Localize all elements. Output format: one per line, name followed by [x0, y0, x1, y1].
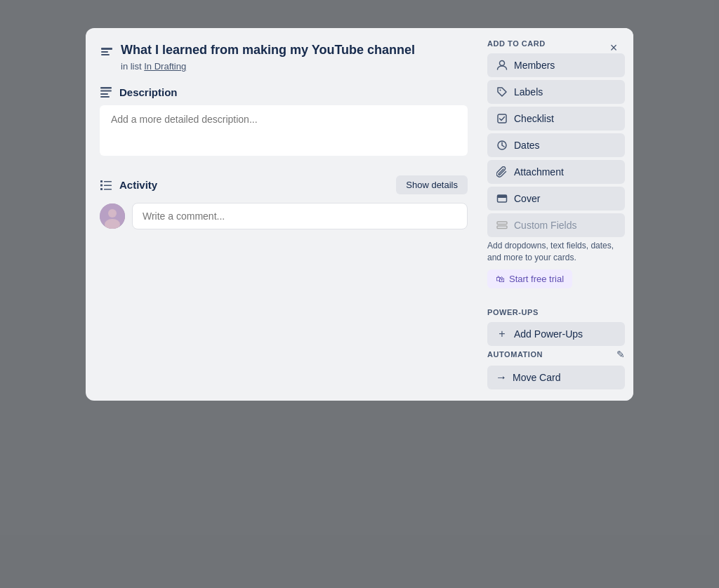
- svg-rect-22: [497, 222, 507, 225]
- svg-rect-5: [100, 93, 108, 95]
- activity-title: Activity: [119, 179, 157, 191]
- svg-rect-4: [100, 91, 112, 92]
- activity-icon: [100, 179, 112, 192]
- checklist-label: Checklist: [514, 113, 554, 124]
- activity-header-left: Activity: [100, 179, 157, 192]
- add-power-ups-button[interactable]: + Add Power-Ups: [487, 322, 625, 346]
- svg-point-17: [500, 90, 501, 91]
- comment-input[interactable]: [132, 203, 468, 229]
- subtitle-prefix: in list: [121, 61, 144, 72]
- svg-point-14: [108, 209, 117, 218]
- add-power-ups-label: Add Power-Ups: [514, 328, 583, 340]
- modal-sidebar: Add to card Members: [479, 28, 633, 401]
- add-power-ups-icon: +: [496, 328, 508, 340]
- dates-label: Dates: [514, 140, 540, 151]
- activity-header-row: Activity Show details: [100, 175, 468, 194]
- checklist-icon: [496, 112, 508, 125]
- svg-rect-7: [100, 180, 103, 182]
- labels-icon: [496, 86, 508, 98]
- card-title: What I learned from making my YouTube ch…: [121, 42, 415, 58]
- svg-point-16: [500, 61, 505, 66]
- custom-fields-label: Custom Fields: [514, 220, 576, 231]
- members-icon: [496, 59, 508, 72]
- start-trial-label: Start free trial: [509, 274, 564, 284]
- close-button[interactable]: ×: [602, 36, 625, 59]
- svg-rect-12: [104, 189, 112, 190]
- card-modal: What I learned from making my YouTube ch…: [86, 28, 633, 401]
- cover-icon: [496, 192, 508, 205]
- dates-button[interactable]: Dates: [487, 133, 625, 157]
- dates-icon: [496, 139, 508, 152]
- members-label: Members: [514, 60, 555, 71]
- svg-rect-21: [498, 195, 507, 198]
- move-card-button[interactable]: → Move Card: [487, 366, 625, 389]
- svg-rect-1: [101, 51, 108, 53]
- svg-rect-8: [104, 181, 112, 182]
- activity-section: Activity Show details: [100, 175, 468, 229]
- card-icon: [100, 45, 114, 59]
- comment-row: [100, 203, 468, 229]
- avatar: [100, 203, 125, 229]
- show-details-button[interactable]: Show details: [396, 175, 468, 194]
- description-header: Description: [100, 86, 468, 98]
- power-ups-label: Power-Ups: [487, 308, 625, 316]
- trial-icon: 🛍: [496, 274, 505, 284]
- description-icon: [100, 86, 112, 98]
- description-section: Description: [100, 86, 468, 159]
- list-link[interactable]: In Drafting: [144, 61, 186, 72]
- description-title: Description: [119, 86, 178, 98]
- modal-overlay[interactable]: What I learned from making my YouTube ch…: [0, 0, 719, 588]
- automation-header: Automation ✎: [487, 349, 625, 360]
- start-trial-button[interactable]: 🛍 Start free trial: [487, 269, 572, 288]
- attachment-button[interactable]: Attachment: [487, 160, 625, 184]
- svg-rect-23: [497, 226, 507, 229]
- labels-label: Labels: [514, 86, 543, 98]
- svg-rect-11: [100, 188, 103, 190]
- labels-button[interactable]: Labels: [487, 80, 625, 104]
- svg-rect-3: [100, 87, 112, 89]
- members-button[interactable]: Members: [487, 53, 625, 77]
- checklist-button[interactable]: Checklist: [487, 107, 625, 131]
- automation-edit-icon[interactable]: ✎: [616, 349, 625, 360]
- card-title-block: What I learned from making my YouTube ch…: [121, 42, 415, 72]
- card-header: What I learned from making my YouTube ch…: [100, 42, 468, 72]
- modal-main: What I learned from making my YouTube ch…: [86, 28, 479, 401]
- svg-rect-9: [100, 184, 103, 186]
- description-input[interactable]: [100, 105, 468, 156]
- attachment-icon: [496, 166, 508, 178]
- svg-rect-6: [100, 96, 110, 98]
- avatar-image: [100, 203, 125, 229]
- custom-fields-note: Add dropdowns, text fields, dates, and m…: [487, 240, 625, 264]
- svg-rect-2: [101, 54, 110, 55]
- card-subtitle: in list In Drafting: [121, 61, 415, 72]
- cover-button[interactable]: Cover: [487, 187, 625, 211]
- svg-rect-10: [104, 185, 112, 186]
- custom-fields-button[interactable]: Custom Fields: [487, 213, 625, 237]
- svg-rect-0: [101, 48, 112, 50]
- cover-label: Cover: [514, 193, 540, 204]
- attachment-label: Attachment: [514, 166, 564, 178]
- custom-fields-icon: [496, 219, 508, 232]
- move-card-label: Move Card: [513, 372, 560, 383]
- move-card-arrow-icon: →: [496, 371, 507, 384]
- automation-label: Automation: [487, 350, 543, 359]
